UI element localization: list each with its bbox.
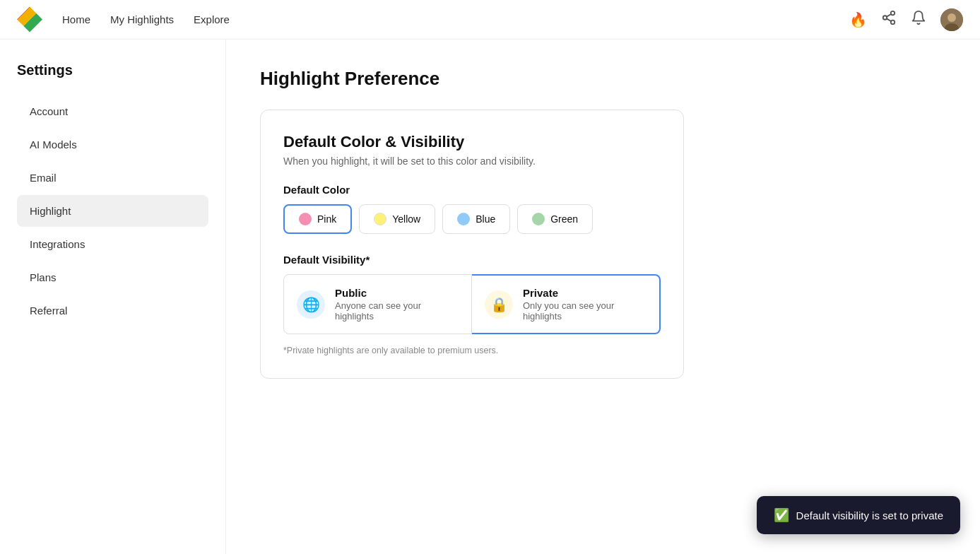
green-dot [532, 213, 545, 225]
page-title: Highlight Preference [260, 68, 946, 90]
app-logo[interactable] [17, 7, 42, 33]
yellow-dot [374, 213, 386, 225]
sidebar-item-ai-models[interactable]: AI Models [17, 129, 208, 160]
private-text: Private Only you can see your highlights [523, 287, 647, 322]
toast-check-icon: ✅ [774, 507, 789, 523]
private-icon: 🔒 [485, 290, 513, 319]
sidebar: Settings Account AI Models Email Highlig… [0, 40, 226, 554]
private-title: Private [523, 287, 647, 299]
fire-icon[interactable]: 🔥 [849, 11, 867, 28]
navbar-left: Home My Highlights Explore [17, 7, 230, 33]
bell-icon[interactable] [911, 10, 926, 29]
visibility-options: 🌐 Public Anyone can see your highlights … [283, 274, 661, 334]
sidebar-item-account[interactable]: Account [17, 95, 208, 127]
color-option-pink[interactable]: Pink [283, 204, 352, 234]
content-area: Highlight Preference Default Color & Vis… [226, 40, 980, 554]
private-desc: Only you can see your highlights [523, 300, 647, 322]
visibility-label: Default Visibility* [283, 254, 661, 266]
main-layout: Settings Account AI Models Email Highlig… [0, 40, 980, 554]
blue-dot [457, 213, 470, 225]
card-desc: When you highlight, it will be set to th… [283, 155, 661, 167]
card-title: Default Color & Visibility [283, 133, 661, 151]
pink-label: Pink [317, 213, 336, 225]
green-label: Green [550, 213, 578, 225]
footnote: *Private highlights are only available t… [283, 346, 661, 355]
svg-line-4 [887, 14, 891, 17]
settings-heading: Settings [17, 62, 208, 78]
toast-message: Default visibility is set to private [796, 509, 943, 521]
visibility-option-public[interactable]: 🌐 Public Anyone can see your highlights [283, 274, 472, 334]
blue-label: Blue [476, 213, 495, 225]
color-option-yellow[interactable]: Yellow [359, 204, 435, 234]
color-label: Default Color [283, 184, 661, 196]
nav-my-highlights[interactable]: My Highlights [110, 13, 174, 25]
sidebar-item-plans[interactable]: Plans [17, 261, 208, 293]
preference-card: Default Color & Visibility When you high… [260, 110, 684, 379]
toast-notification: ✅ Default visibility is set to private [757, 496, 960, 534]
user-avatar[interactable] [940, 8, 963, 31]
sidebar-item-highlight[interactable]: Highlight [17, 195, 208, 227]
public-icon: 🌐 [297, 290, 325, 319]
color-options: Pink Yellow Blue Green [283, 204, 661, 234]
svg-point-6 [947, 13, 956, 22]
public-desc: Anyone can see your highlights [335, 300, 459, 322]
public-title: Public [335, 287, 459, 299]
sidebar-item-email[interactable]: Email [17, 162, 208, 194]
color-option-blue[interactable]: Blue [442, 204, 510, 234]
visibility-option-private[interactable]: 🔒 Private Only you can see your highligh… [472, 274, 661, 334]
nav-home[interactable]: Home [62, 13, 90, 25]
pink-dot [299, 213, 312, 225]
navbar-right: 🔥 [849, 8, 963, 31]
public-text: Public Anyone can see your highlights [335, 287, 459, 322]
yellow-label: Yellow [392, 213, 420, 225]
navbar: Home My Highlights Explore 🔥 [0, 0, 980, 40]
svg-line-3 [887, 18, 891, 21]
sidebar-item-referral[interactable]: Referral [17, 295, 208, 326]
sidebar-item-integrations[interactable]: Integrations [17, 228, 208, 260]
nav-explore[interactable]: Explore [194, 13, 230, 25]
color-option-green[interactable]: Green [517, 204, 593, 234]
share-icon[interactable] [881, 10, 897, 29]
logo-diamond-icon [17, 7, 42, 33]
